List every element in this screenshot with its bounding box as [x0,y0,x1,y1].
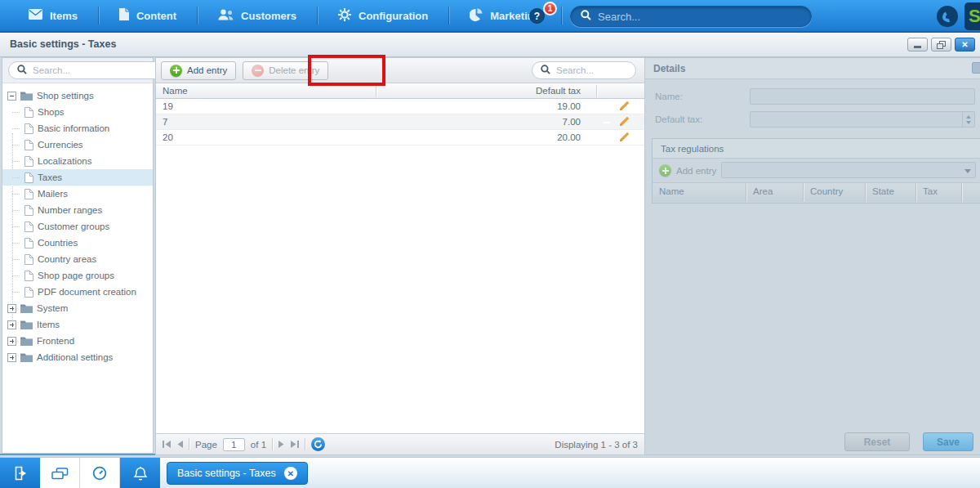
grid-search-input[interactable] [556,65,627,75]
nav-item-label: Items [50,10,78,22]
windows-overview-button[interactable] [40,458,80,488]
taskbar-tab-label: Basic settings - Taxes [177,468,276,479]
logout-door-icon [13,466,28,481]
tree-item-additional-settings[interactable]: Additional settings [2,349,153,365]
expand-icon[interactable] [7,304,16,313]
first-page-icon[interactable] [163,441,171,448]
default-tax-field[interactable] [750,111,975,128]
delete-entry-button[interactable]: Delete entry [243,61,328,80]
refresh-icon[interactable] [311,437,325,451]
tree-item-basic-information[interactable]: Basic information [2,120,153,137]
table-row[interactable]: 19 19.00 [156,99,644,114]
tree-item-taxes[interactable]: Taxes [2,169,153,186]
tax-grid-panel: Add entry Delete entry Name Default tax … [155,57,645,455]
tree-item-frontend[interactable]: Frontend [2,333,153,349]
help-button[interactable]: ? 1 [529,8,545,24]
settings-tree: Shop settings Shops Basic information Cu… [2,87,153,365]
logout-button[interactable] [0,458,40,488]
plus-icon [659,164,671,177]
nav-item-label: Customers [241,10,296,22]
expand-icon[interactable] [7,320,16,329]
workspace: Shop settings Shops Basic information Cu… [0,57,980,455]
tree-item-items[interactable]: Items [2,316,153,333]
shopware-logo-icon[interactable] [937,6,958,27]
tree-item-system[interactable]: System [2,300,153,316]
tree-item-shop-page-groups[interactable]: Shop page groups [2,267,153,284]
taskbar-tab-basic-settings-taxes[interactable]: Basic settings - Taxes ✕ [167,462,308,485]
notifications-button[interactable] [120,458,160,488]
delete-row-icon[interactable] [600,117,612,128]
notification-badge[interactable]: 1 [543,2,557,16]
tree-item-customer-groups[interactable]: Customer groups [2,218,153,235]
prev-page-icon[interactable] [176,441,183,448]
column-header-name[interactable]: Name [163,86,188,96]
tree-search-bar [2,58,153,83]
file-icon [24,123,33,134]
column-header: Name [653,183,746,202]
save-button[interactable]: Save [923,432,973,451]
tax-regulations-add-entry-button[interactable]: Add entry [659,164,716,177]
delete-row-icon[interactable] [600,101,612,113]
users-icon [218,9,234,23]
tree-item-number-ranges[interactable]: Number ranges [2,202,153,218]
tree-item-pdf-document-creation[interactable]: PDF document creation [2,284,153,300]
window-titlebar: Basic settings - Taxes ✕ [0,33,980,57]
minimize-icon[interactable] [907,38,928,51]
last-page-icon[interactable] [291,441,299,448]
performance-button[interactable] [80,458,120,488]
nav-item-customers[interactable]: Customers [198,0,317,31]
file-icon [24,287,33,298]
close-icon[interactable]: ✕ [955,38,975,51]
table-row[interactable]: 20 20.00 [156,130,644,146]
global-search-input[interactable] [598,11,801,23]
restore-icon[interactable] [931,38,951,51]
tree-item-shop-settings[interactable]: Shop settings [2,87,153,104]
add-entry-button[interactable]: Add entry [161,61,236,80]
edit-pencil-icon[interactable] [619,101,630,113]
number-spinner-icon[interactable] [962,112,974,127]
search-icon [17,63,27,78]
collapse-icon[interactable] [7,92,16,101]
tree-item-localizations[interactable]: Localizations [2,153,153,169]
name-field[interactable] [750,88,975,105]
tree-item-currencies[interactable]: Currencies [2,137,153,153]
details-header: Details [645,58,980,79]
edit-pencil-icon[interactable] [619,132,630,144]
search-icon [581,9,591,24]
nav-item-configuration[interactable]: Configuration [318,0,448,31]
nav-item-content[interactable]: Content [99,0,197,31]
tax-regulations-dropdown[interactable] [721,162,976,178]
panel-help-icon[interactable] [972,62,980,74]
pie-chart-icon [470,8,483,24]
pagination-separator [305,438,305,450]
reset-button[interactable]: Reset [844,432,910,451]
document-icon [119,8,129,23]
nav-item-label: Configuration [359,10,428,22]
global-search[interactable] [570,6,812,27]
tree-item-countries[interactable]: Countries [2,235,153,251]
folder-icon [20,336,33,346]
nav-item-items[interactable]: Items [8,0,98,31]
expand-icon[interactable] [7,353,16,362]
help-icon: ? [529,8,545,24]
edit-pencil-icon[interactable] [619,116,630,128]
tree-search-input[interactable] [33,65,158,75]
expand-icon[interactable] [7,337,16,346]
speedometer-icon [92,466,107,481]
tree-item-shops[interactable]: Shops [2,104,153,120]
table-row[interactable]: 7 7.00 [156,114,644,130]
delete-row-icon[interactable] [600,132,612,144]
gear-icon [338,8,351,24]
file-icon [24,156,33,167]
bell-icon [133,466,148,481]
next-page-icon[interactable] [278,441,285,448]
tree-item-country-areas[interactable]: Country areas [2,251,153,267]
tree-item-mailers[interactable]: Mailers [2,186,153,202]
tab-close-icon[interactable]: ✕ [284,467,297,480]
pagination-bar: Page of 1 Displaying 1 - 3 of 3 [156,433,644,454]
footer-taskbar: Basic settings - Taxes ✕ [0,457,980,488]
window-title: Basic settings - Taxes [10,38,116,50]
column-header-default-tax[interactable]: Default tax [536,86,581,96]
logo-edge-tab[interactable]: S [964,2,980,30]
page-number-input[interactable] [223,438,245,451]
